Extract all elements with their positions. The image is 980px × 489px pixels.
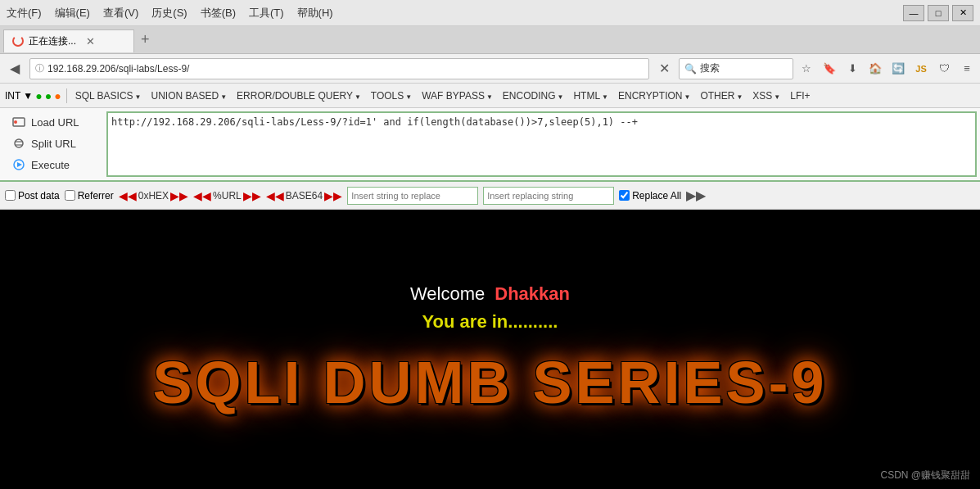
- menu-tools[interactable]: 工具(T): [249, 6, 284, 20]
- union-based-menu[interactable]: UNION BASED: [147, 88, 230, 103]
- status-dot-2: ●: [45, 89, 52, 102]
- info-icon: ⓘ: [35, 62, 44, 75]
- hackbar-textarea-wrap: [106, 108, 980, 180]
- you-are-in-text: You are in..........: [422, 311, 558, 333]
- minimize-button[interactable]: —: [903, 5, 924, 21]
- download-icon[interactable]: ⬇: [842, 59, 862, 79]
- 0xhex-encode[interactable]: ◀◀ 0xHEX ▶▶: [119, 189, 188, 202]
- referrer-checkbox[interactable]: Referrer: [65, 190, 114, 201]
- referrer-label: Referrer: [78, 190, 114, 201]
- maximize-button[interactable]: □: [928, 5, 949, 21]
- url-label: %URL: [213, 190, 242, 201]
- new-tab-button[interactable]: +: [136, 31, 155, 48]
- html-menu[interactable]: HTML: [570, 88, 612, 103]
- status-dot-1: ●: [35, 89, 42, 102]
- refresh-icon[interactable]: 🔄: [888, 59, 908, 79]
- replace-all-check[interactable]: [619, 190, 630, 201]
- menu-view[interactable]: 查看(V): [103, 6, 138, 20]
- welcome-name: Dhakkan: [495, 283, 570, 305]
- sep-1: [66, 88, 67, 103]
- base64-label: BASE64: [286, 190, 323, 201]
- referrer-check[interactable]: [65, 190, 75, 201]
- welcome-text: Welcome: [410, 283, 485, 305]
- hackbar-url-input[interactable]: [106, 111, 977, 177]
- tab-loading-spinner: [12, 35, 24, 47]
- bookmark-icon[interactable]: 🔖: [820, 59, 839, 79]
- load-url-icon: [11, 115, 26, 129]
- execute-button[interactable]: Execute: [7, 154, 103, 175]
- int-label: INT: [5, 90, 20, 102]
- load-url-label: Load URL: [31, 116, 79, 129]
- sql-basics-menu[interactable]: SQL BASICS: [72, 88, 145, 103]
- more-icon[interactable]: ▶▶: [686, 188, 706, 203]
- encryption-menu[interactable]: ENCRYPTION: [615, 88, 693, 103]
- address-bar[interactable]: ⓘ 192.168.29.206/sqli-labs/Less-9/: [29, 58, 649, 79]
- menu-help[interactable]: 帮助(H): [297, 6, 333, 20]
- type-selector: INT ▼ ● ● ●: [5, 89, 61, 102]
- shield-icon[interactable]: 🛡: [934, 59, 954, 79]
- status-dot-3: ●: [54, 89, 61, 102]
- execute-label: Execute: [31, 159, 70, 171]
- post-data-check[interactable]: [5, 190, 16, 201]
- watermark: CSDN @赚钱聚甜甜: [880, 469, 970, 482]
- tab-close-button[interactable]: ✕: [86, 35, 95, 48]
- main-content: Welcome Dhakkan You are in.......... SQL…: [0, 210, 980, 489]
- tools-menu[interactable]: TOOLS: [368, 88, 415, 103]
- welcome-line: Welcome Dhakkan: [410, 283, 570, 305]
- xss-menu[interactable]: XSS: [749, 88, 784, 103]
- search-bar[interactable]: 🔍 搜索: [679, 58, 793, 79]
- tab-label: 正在连接...: [29, 34, 76, 48]
- menu-edit[interactable]: 编辑(E): [55, 6, 90, 20]
- bottom-bar: Post data Referrer ◀◀ 0xHEX ▶▶ ◀◀ %URL ▶…: [0, 182, 980, 210]
- post-data-checkbox[interactable]: Post data: [5, 190, 60, 201]
- search-icon: 🔍: [684, 63, 697, 75]
- url-arrow-right: ▶▶: [243, 189, 261, 202]
- menu-bookmarks[interactable]: 书签(B): [201, 6, 236, 20]
- load-url-button[interactable]: Load URL: [7, 111, 103, 133]
- search-placeholder: 搜索: [700, 61, 720, 75]
- url-encode[interactable]: ◀◀ %URL ▶▶: [193, 189, 261, 202]
- execute-icon: [11, 157, 26, 172]
- other-menu[interactable]: OTHER: [697, 88, 746, 103]
- bookmark-star-icon[interactable]: ☆: [797, 59, 816, 79]
- address-text: 192.168.29.206/sqli-labs/Less-9/: [47, 63, 644, 75]
- menu-bar: 文件(F) 编辑(E) 查看(V) 历史(S) 书签(B) 工具(T) 帮助(H…: [7, 6, 333, 20]
- svg-point-2: [15, 139, 23, 147]
- svg-point-1: [14, 120, 17, 124]
- split-url-label: Split URL: [31, 138, 76, 150]
- waf-bypass-menu[interactable]: WAF BYPASS: [418, 88, 496, 103]
- lfi-menu[interactable]: LFI+: [787, 88, 813, 103]
- back-button[interactable]: ◀: [3, 57, 26, 80]
- sqli-title: SQLI DUMB SERIES-9: [152, 349, 827, 416]
- hex-arrow-right: ▶▶: [170, 189, 188, 202]
- insert-replace-field[interactable]: [347, 187, 478, 205]
- post-data-label: Post data: [18, 190, 60, 201]
- type-dropdown-arrow[interactable]: ▼: [23, 90, 33, 102]
- menu-file[interactable]: 文件(F): [7, 6, 42, 20]
- base64-encode[interactable]: ◀◀ BASE64 ▶▶: [266, 189, 342, 202]
- hex-label: 0xHEX: [138, 190, 169, 201]
- encoding-menu[interactable]: ENCODING: [499, 88, 567, 103]
- reload-button[interactable]: ✕: [653, 57, 675, 80]
- error-double-menu[interactable]: ERROR/DOUBLE QUERY: [233, 88, 364, 103]
- replace-all-checkbox[interactable]: Replace All: [619, 190, 681, 201]
- menu-history[interactable]: 历史(S): [151, 6, 187, 20]
- home-icon[interactable]: 🏠: [865, 59, 885, 79]
- active-tab[interactable]: 正在连接... ✕: [3, 29, 134, 52]
- browser-window: 文件(F) 编辑(E) 查看(V) 历史(S) 书签(B) 工具(T) 帮助(H…: [0, 0, 980, 489]
- close-button[interactable]: ✕: [952, 5, 973, 21]
- split-url-icon: [11, 136, 26, 151]
- hackbar-area: Load URL Split URL: [0, 108, 980, 182]
- nav-bar: ◀ ⓘ 192.168.29.206/sqli-labs/Less-9/ ✕ 🔍…: [0, 54, 980, 84]
- replace-all-label: Replace All: [632, 190, 681, 201]
- title-bar: 文件(F) 编辑(E) 查看(V) 历史(S) 书签(B) 工具(T) 帮助(H…: [0, 0, 980, 26]
- menu-icon[interactable]: ≡: [957, 59, 977, 79]
- hackbar-toolbar: INT ▼ ● ● ● SQL BASICS UNION BASED ERROR…: [0, 84, 980, 108]
- split-url-button[interactable]: Split URL: [7, 133, 103, 154]
- insert-replacing-field[interactable]: [483, 187, 614, 205]
- svg-marker-6: [17, 162, 22, 167]
- window-controls: — □ ✕: [903, 5, 973, 21]
- hackbar-buttons: Load URL Split URL: [0, 108, 106, 180]
- js-label[interactable]: JS: [911, 59, 931, 79]
- hex-arrow-left: ◀◀: [119, 189, 137, 202]
